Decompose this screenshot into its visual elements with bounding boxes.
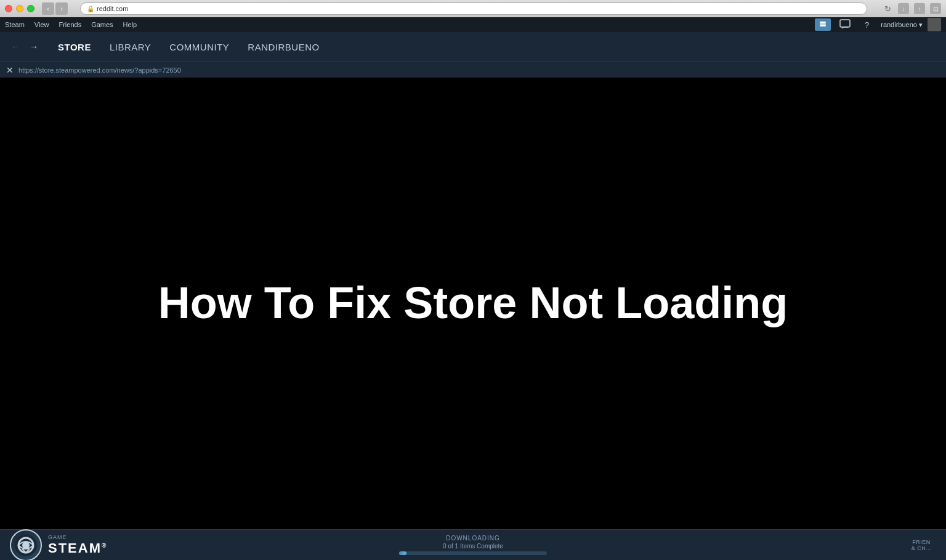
- download-icon[interactable]: ↓: [898, 3, 909, 14]
- menu-friends[interactable]: Friends: [59, 21, 81, 28]
- downloading-label: DOWNLOADING: [399, 535, 547, 542]
- bottom-right-panel: FRIEN & CH...: [897, 530, 946, 560]
- nav-store[interactable]: STORE: [49, 38, 100, 56]
- steam-help-icon[interactable]: ?: [859, 18, 876, 31]
- title-bar: ‹ › 🔒 reddit.com ↻ ↓ ↑ ⊡: [0, 0, 946, 17]
- menu-view[interactable]: View: [34, 21, 49, 28]
- browser-nav-buttons: ‹ ›: [42, 2, 68, 15]
- steam-top-right: ? randirbueno ▾: [814, 18, 941, 31]
- minimize-button[interactable]: [16, 5, 23, 12]
- steam-download-icon[interactable]: [814, 18, 831, 31]
- steam-brand-label: STEAM®: [48, 540, 107, 556]
- nav-library[interactable]: LIBRARY: [101, 38, 160, 56]
- user-avatar[interactable]: [928, 18, 941, 31]
- svg-rect-1: [820, 23, 826, 25]
- share-icon[interactable]: ↑: [914, 3, 925, 14]
- steam-menu-bar: Steam View Friends Games Help ?: [0, 17, 946, 32]
- steam-logo-circle: [10, 529, 42, 561]
- progress-bar-fill: [399, 551, 406, 555]
- tab-icon[interactable]: ⊡: [930, 3, 941, 14]
- nav-user[interactable]: RANDIRBUENO: [239, 38, 328, 56]
- svg-rect-2: [820, 25, 826, 26]
- main-title: How To Fix Store Not Loading: [158, 279, 788, 327]
- maximize-button[interactable]: [27, 5, 34, 12]
- menu-help[interactable]: Help: [123, 21, 137, 28]
- steam-nav-bar: ← → STORE LIBRARY COMMUNITY RANDIRBUENO: [0, 32, 946, 62]
- back-button[interactable]: ‹: [42, 2, 54, 15]
- steam-chat-icon[interactable]: [836, 18, 854, 31]
- url-display: https://store.steampowered.com/news/?app…: [18, 66, 181, 74]
- nav-back-arrow[interactable]: ←: [7, 39, 23, 55]
- menu-steam[interactable]: Steam: [5, 21, 25, 28]
- address-text: reddit.com: [97, 5, 128, 12]
- items-complete-label: 0 of 1 Items Complete: [399, 543, 547, 550]
- bottom-right-label1: FRIEN: [912, 539, 931, 545]
- address-bar[interactable]: 🔒 reddit.com: [80, 2, 867, 15]
- url-bar: ✕ https://store.steampowered.com/news/?a…: [0, 62, 946, 78]
- lock-icon: 🔒: [87, 6, 94, 12]
- steam-text: GAME STEAM®: [48, 534, 107, 556]
- traffic-lights: [5, 5, 34, 12]
- nav-forward-arrow[interactable]: →: [26, 39, 42, 55]
- svg-rect-0: [820, 22, 826, 23]
- download-section: DOWNLOADING 0 of 1 Items Complete: [399, 535, 547, 555]
- main-content: How To Fix Store Not Loading: [0, 78, 946, 529]
- bottom-bar: GAME STEAM® DOWNLOADING 0 of 1 Items Com…: [0, 529, 946, 560]
- forward-button[interactable]: ›: [55, 2, 68, 15]
- svg-rect-3: [840, 20, 850, 27]
- progress-bar-container: [399, 551, 547, 555]
- nav-community[interactable]: COMMUNITY: [161, 38, 238, 56]
- bottom-right-label2: & CH...: [912, 545, 932, 551]
- url-close-button[interactable]: ✕: [5, 65, 15, 75]
- title-bar-right-icons: ↓ ↑ ⊡: [898, 3, 941, 14]
- close-button[interactable]: [5, 5, 12, 12]
- game-label: GAME: [48, 534, 107, 540]
- reload-button[interactable]: ↻: [882, 3, 893, 14]
- menu-games[interactable]: Games: [91, 21, 113, 28]
- steam-nav-links: STORE LIBRARY COMMUNITY RANDIRBUENO: [49, 38, 328, 56]
- steam-logo-area: GAME STEAM®: [10, 529, 107, 561]
- username-label[interactable]: randirbueno ▾: [881, 21, 923, 29]
- svg-text:?: ?: [865, 20, 869, 30]
